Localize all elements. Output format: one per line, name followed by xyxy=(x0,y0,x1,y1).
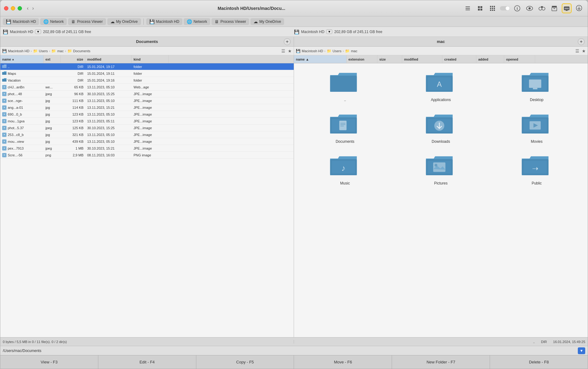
tab-network-left[interactable]: 🌐 Network xyxy=(40,18,67,25)
folder-icon-item[interactable]: Desktop xyxy=(492,70,582,102)
tab-onedrive-left[interactable]: ☁ My OneDrive xyxy=(107,18,141,25)
bc-mac-right[interactable]: mac xyxy=(351,49,357,53)
file-row[interactable]: ✦ mou...view jpg 439 KB 13.11.2023, 05:1… xyxy=(0,138,294,145)
folder-icon-item[interactable]: A Applications xyxy=(396,70,486,102)
svg-rect-1 xyxy=(466,8,470,9)
col-ext-right[interactable]: extension xyxy=(347,55,377,63)
folder-icon-item[interactable]: Pictures xyxy=(396,153,486,185)
info-icon[interactable]: i xyxy=(512,3,522,13)
col-modified-right[interactable]: modified xyxy=(402,55,442,63)
action-edit-button[interactable]: Edit - F4 xyxy=(98,355,196,369)
tab-onedrive-right[interactable]: ☁ My OneDrive xyxy=(250,18,284,25)
col-name-right[interactable]: name ▲ xyxy=(294,55,347,63)
tab-network-right[interactable]: 🌐 Network xyxy=(184,18,210,25)
eye-icon[interactable] xyxy=(525,3,535,13)
col-ext-left[interactable]: ext xyxy=(44,55,61,63)
folder-icon xyxy=(425,153,456,179)
network-icon-left: 🌐 xyxy=(43,19,49,24)
folder-icon-item[interactable]: Documents xyxy=(300,111,390,144)
left-pane[interactable]: .. DIR 15.01.2024, 19:17 folder Maps DIR… xyxy=(0,63,294,337)
file-row[interactable]: Vacation DIR 15.01.2024, 19:16 folder xyxy=(0,77,294,84)
cell-modified: 30.10.2023, 15:25 xyxy=(85,91,132,97)
file-row[interactable]: ✦ 253...c8_b jpg 321 KB 13.11.2023, 05:1… xyxy=(0,131,294,138)
file-row[interactable]: ✦ phot...5.37 jpeg 125 KB 30.10.2023, 15… xyxy=(0,125,294,131)
action-move-button[interactable]: Move - F6 xyxy=(294,355,392,369)
disk-free-right: 202,89 GB of 245,11 GB free xyxy=(334,30,382,34)
minimize-button[interactable] xyxy=(11,6,15,11)
diskbar-right: 💾 Macintosh HD ▼ 202,89 GB of 245,11 GB … xyxy=(294,29,585,34)
bc-users-right[interactable]: Users xyxy=(333,49,342,53)
file-row[interactable]: ✦ sce...nge- jpg 111 KB 13.11.2023, 05:1… xyxy=(0,97,294,104)
cell-ext xyxy=(44,70,61,77)
bc-docs-left[interactable]: Documents xyxy=(73,49,91,53)
tab-macintosh-hd-left[interactable]: 💾 Macintosh HD xyxy=(3,18,39,25)
folder-icon-item[interactable]: ⇢ Public xyxy=(492,153,582,185)
action-copy-button[interactable]: Copy - F5 xyxy=(196,355,294,369)
folder-icon-item[interactable]: Movies xyxy=(492,111,582,144)
grid-view-icon[interactable] xyxy=(475,3,485,13)
col-size-label-left: size xyxy=(77,57,83,61)
file-row[interactable]: Maps DIR 15.01.2024, 19:11 folder xyxy=(0,70,294,77)
bc-star-icon[interactable]: ★ xyxy=(288,49,292,53)
file-row[interactable]: .. DIR 15.01.2024, 19:17 folder xyxy=(0,63,294,70)
forward-button[interactable]: › xyxy=(31,5,35,12)
drive-icon[interactable] xyxy=(562,3,572,13)
file-row[interactable]: ✦ Scre...-56 png 2,9 MB 08.11.2023, 16:0… xyxy=(0,152,294,159)
onedrive-icon-right: ☁ xyxy=(254,19,258,24)
maximize-button[interactable] xyxy=(18,6,22,11)
bc-users-left[interactable]: Users xyxy=(39,49,48,53)
tab-process-viewer-right[interactable]: 🖥 Process Viewer xyxy=(211,18,249,25)
add-tab-left[interactable]: + xyxy=(284,38,291,45)
list-view-icon[interactable] xyxy=(463,3,473,13)
close-button[interactable] xyxy=(4,6,8,11)
add-tab-right[interactable]: + xyxy=(578,38,585,45)
action-view-button[interactable]: View - F3 xyxy=(0,355,98,369)
bc-list-icon[interactable]: ☰ xyxy=(281,49,285,53)
col-size-left[interactable]: size xyxy=(61,55,85,63)
archive-icon[interactable] xyxy=(549,3,559,13)
file-row[interactable]: ✦ 690...0_b jpg 123 KB 13.11.2023, 05:10… xyxy=(0,111,294,118)
tab-macintosh-hd-right[interactable]: 💾 Macintosh HD xyxy=(146,18,182,25)
toggle-icon[interactable] xyxy=(500,3,510,13)
cell-modified: 13.11.2023, 05:11 xyxy=(85,118,132,124)
disk-selector-right[interactable]: ▼ xyxy=(326,29,332,34)
folder-icon-item[interactable]: Downloads xyxy=(396,111,486,144)
download-icon[interactable] xyxy=(574,3,584,13)
col-opened-right[interactable]: opened xyxy=(504,55,535,63)
bc-hd-left[interactable]: Macintosh HD xyxy=(8,49,29,53)
right-pane[interactable]: .. A Applications Desktop xyxy=(294,63,588,337)
svg-text:⇢: ⇢ xyxy=(532,164,538,172)
svg-rect-9 xyxy=(494,6,495,7)
file-row[interactable]: ✦ cHJ...anBn we... 65 KB 13.11.2023, 05:… xyxy=(0,84,294,91)
file-row[interactable]: ✦ pex...7913 jpeg 1 MB 30.10.2023, 15:21… xyxy=(0,145,294,152)
bc-hd-right[interactable]: Macintosh HD xyxy=(302,49,323,53)
col-added-right[interactable]: added xyxy=(476,55,504,63)
file-row[interactable]: ✦ mou...1gxa jpg 123 KB 13.11.2023, 05:1… xyxy=(0,118,294,125)
path-dropdown-button[interactable]: ▼ xyxy=(578,347,585,354)
status-date: 16.01.2024, 15:49:25 xyxy=(553,340,585,344)
cell-size: DIR xyxy=(61,77,85,83)
action-delete-button[interactable]: Delete - F8 xyxy=(490,355,588,369)
file-row[interactable]: ✦ phot....48 jpeg 96 KB 30.10.2023, 15:2… xyxy=(0,91,294,97)
col-created-right[interactable]: created xyxy=(442,55,476,63)
col-modified-left[interactable]: modified xyxy=(85,55,132,63)
apps-icon[interactable] xyxy=(488,3,497,13)
bc-mac-left[interactable]: mac xyxy=(57,49,64,53)
binoculars-icon[interactable] xyxy=(537,3,547,13)
icon-grid: .. A Applications Desktop xyxy=(300,70,582,185)
bc-star-icon-r[interactable]: ★ xyxy=(582,49,586,53)
back-button[interactable]: ‹ xyxy=(26,5,30,12)
col-name-left[interactable]: name ▲ xyxy=(0,55,44,63)
action-new-folder-button[interactable]: New Folder - F7 xyxy=(392,355,490,369)
col-kind-left[interactable]: kind xyxy=(132,55,169,63)
tab-process-viewer-left[interactable]: 🖥 Process Viewer xyxy=(68,18,106,25)
bc-list-icon-r[interactable]: ☰ xyxy=(575,49,579,53)
folder-icon: ♪ xyxy=(330,153,360,179)
disk-selector-left[interactable]: ▼ xyxy=(35,29,41,34)
col-size-right[interactable]: size xyxy=(377,55,402,63)
folder-icon-item[interactable]: .. xyxy=(300,70,390,102)
cell-name: ✦ mou...view xyxy=(0,138,44,145)
file-row[interactable]: ✦ ang...a-01 jpg 114 KB 13.11.2023, 15:2… xyxy=(0,104,294,111)
bc-hd-icon-right: 💾 xyxy=(296,49,300,53)
folder-icon-item[interactable]: ♪ Music xyxy=(300,153,390,185)
